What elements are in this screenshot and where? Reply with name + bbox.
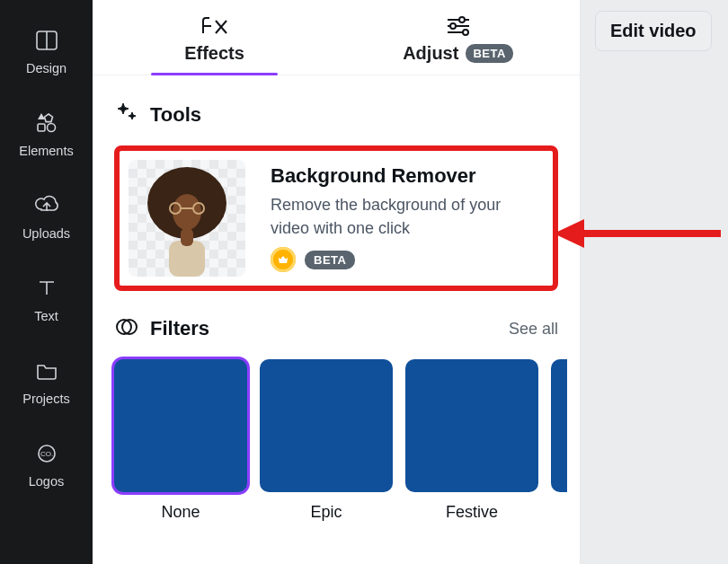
svg-rect-18: [181, 228, 193, 246]
svg-point-3: [47, 124, 55, 132]
tab-label: Adjust: [403, 43, 458, 64]
beta-badge: BETA: [466, 44, 512, 63]
premium-crown-icon: [271, 247, 296, 272]
filter-tile: [260, 359, 393, 492]
elements-icon: [33, 110, 60, 137]
svg-point-14: [463, 30, 468, 35]
filters-strip: None Epic Festive: [93, 359, 580, 533]
sidebar-item-projects[interactable]: Projects: [0, 339, 93, 422]
tools-section: Tools Background Remover: [93, 75, 580, 298]
sidebar-item-label: Elements: [19, 144, 73, 158]
filters-title: Filters: [150, 317, 209, 340]
svg-point-10: [459, 17, 465, 22]
sidebar-item-text[interactable]: Text: [0, 257, 93, 339]
sidebar-item-logos[interactable]: CO. Logos: [0, 422, 93, 505]
panel-tabs: Effects Adjust BETA: [93, 0, 580, 75]
effects-panel: Effects Adjust BETA: [93, 0, 581, 564]
sidebar-item-label: Design: [26, 61, 67, 75]
beta-badge: BETA: [305, 251, 355, 269]
text-icon: [33, 275, 60, 302]
sidebar-item-label: Uploads: [22, 226, 70, 241]
see-all-link[interactable]: See all: [509, 320, 558, 339]
tab-adjust[interactable]: Adjust BETA: [336, 13, 580, 75]
design-icon: [33, 27, 60, 54]
sidebar-item-label: Text: [34, 309, 58, 323]
filter-festive[interactable]: Festive: [405, 359, 538, 522]
filter-label: Festive: [446, 503, 498, 522]
filter-none[interactable]: None: [114, 359, 247, 522]
filter-label: Epic: [310, 503, 342, 522]
filter-label: None: [161, 503, 200, 522]
sidebar-item-label: Projects: [22, 392, 69, 406]
adjust-sliders-icon: [442, 13, 475, 38]
tab-label: Effects: [184, 43, 244, 64]
tool-description: Remove the background of your video with…: [271, 193, 540, 240]
filters-section: Filters See all: [93, 298, 580, 350]
sidebar-item-elements[interactable]: Elements: [0, 92, 93, 174]
sidebar-item-label: Logos: [29, 474, 65, 489]
tools-title: Tools: [150, 103, 201, 127]
svg-point-16: [173, 194, 201, 230]
filter-epic[interactable]: Epic: [260, 359, 393, 522]
sidebar-item-design[interactable]: Design: [0, 9, 93, 92]
active-tab-underline: [151, 73, 278, 75]
logos-icon: CO.: [33, 440, 60, 467]
filters-venn-icon: [114, 314, 139, 343]
effects-fx-icon: [195, 13, 235, 38]
left-sidebar: Design Elements Uploads Text: [0, 0, 93, 564]
filter-tile: [114, 359, 247, 492]
tab-effects[interactable]: Effects: [93, 13, 336, 75]
edit-video-button[interactable]: Edit video: [595, 11, 712, 51]
filter-next-peek[interactable]: [551, 359, 567, 522]
filter-tile: [551, 359, 567, 492]
tool-background-remover[interactable]: Background Remover Remove the background…: [114, 145, 558, 291]
sidebar-item-uploads[interactable]: Uploads: [0, 174, 93, 257]
uploads-icon: [33, 192, 60, 219]
canvas-area: Edit video: [581, 0, 728, 564]
svg-point-12: [450, 23, 456, 29]
projects-icon: [33, 357, 60, 384]
tool-thumbnail: [129, 160, 245, 277]
svg-text:CO.: CO.: [40, 450, 52, 458]
tool-title: Background Remover: [271, 164, 540, 188]
svg-rect-2: [38, 124, 45, 131]
filter-tile: [405, 359, 538, 492]
sparkle-icon: [114, 101, 139, 129]
